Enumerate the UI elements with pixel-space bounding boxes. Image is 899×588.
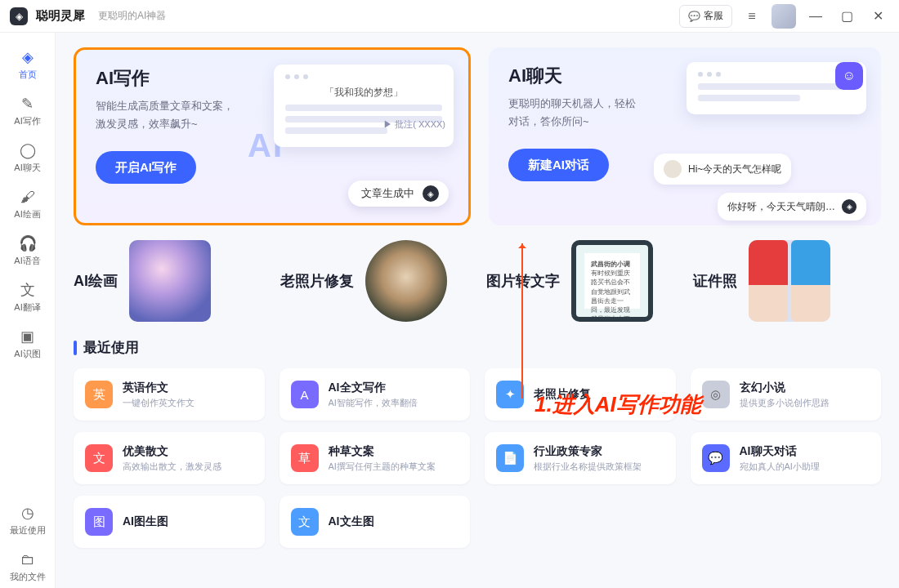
feather-icon: ✎ [18, 94, 38, 114]
feature-draw[interactable]: AI绘画 [74, 240, 262, 322]
recent-item-icon: ◎ [702, 381, 730, 408]
sidebar-item-label: 首页 [5, 69, 51, 81]
recent-item-title: 英语作文 [123, 381, 195, 395]
logo-small-icon: ◈ [423, 185, 439, 202]
support-button[interactable]: 💬 客服 [679, 5, 732, 28]
sidebar-item-ocr[interactable]: ▣ AI识图 [5, 320, 51, 365]
app-tagline: 更聪明的AI神器 [98, 9, 166, 23]
translate-icon: 文 [18, 280, 38, 300]
headphones-icon: 🎧 [18, 234, 38, 253]
app-name: 聪明灵犀 [36, 8, 85, 24]
feature-id-image [749, 240, 830, 322]
recent-item-title: AI全文写作 [329, 381, 418, 395]
recent-item[interactable]: A AI全文写作AI智能写作，效率翻倍 [280, 368, 471, 421]
sidebar-item-label: AI识图 [5, 348, 51, 360]
recent-item[interactable]: 💬 AI聊天对话宛如真人的AI小助理 [691, 432, 882, 484]
start-write-button[interactable]: 开启AI写作 [96, 151, 196, 184]
chat-bubble-bot: 你好呀，今天天气晴朗… ◈ [718, 193, 866, 220]
feature-title: 老照片修复 [280, 271, 354, 291]
card-description: 更聪明的聊天机器人，轻松 对话，答你所问~ [508, 95, 688, 131]
mock-annotation-tag: ▶ 批注( XXXX) [383, 118, 445, 131]
recent-item-title: AI聊天对话 [740, 444, 820, 459]
recent-item[interactable]: 文 AI文生图 [280, 496, 471, 548]
sidebar: ◈ 首页 ✎ AI写作 ◯ AI聊天 🖌 AI绘画 🎧 AI语音 文 AI翻译 … [0, 33, 56, 588]
recent-item-icon: 草 [291, 444, 319, 472]
recent-item-icon: 📄 [496, 444, 524, 472]
mock-topic: 「我和我的梦想」 [285, 86, 442, 100]
recent-grid: 英 英语作文一键创作英文作文 A AI全文写作AI智能写作，效率翻倍 ✦ 老照片… [74, 368, 881, 548]
recent-item-title: 种草文案 [329, 444, 436, 459]
window-maximize-icon[interactable]: ▢ [835, 5, 858, 28]
sidebar-item-write[interactable]: ✎ AI写作 [5, 87, 51, 132]
recent-item-title: 优美散文 [123, 444, 221, 459]
sidebar-item-translate[interactable]: 文 AI翻译 [5, 274, 51, 318]
feature-title: AI绘画 [74, 271, 118, 291]
scan-icon: ▣ [18, 327, 38, 346]
hero-card-chat[interactable]: AI聊天 更聪明的聊天机器人，轻松 对话，答你所问~ 新建AI对话 ☺ [489, 47, 881, 225]
hero-card-write[interactable]: AI写作 智能生成高质量文章和文案， 激发灵感，效率飙升~ 开启AI写作 AI … [74, 47, 471, 225]
feature-title: 图片转文字 [486, 271, 560, 291]
feature-photo-restore[interactable]: 老照片修复 [280, 240, 469, 322]
recent-item-icon: 文 [85, 444, 113, 472]
support-label: 客服 [704, 9, 723, 23]
sidebar-item-label: AI绘画 [5, 208, 51, 220]
recent-item-title: AI图生图 [123, 514, 168, 529]
chat-bot-icon: ☺ [835, 62, 863, 90]
recent-item[interactable]: 图 AI图生图 [74, 496, 265, 548]
generating-pill: 文章生成中 ◈ [348, 180, 449, 207]
recent-item-icon: 文 [291, 508, 319, 536]
annotation-arrow-icon [521, 243, 523, 399]
sidebar-item-label: AI翻译 [5, 301, 51, 314]
recent-item[interactable]: 📄 行业政策专家根据行业名称提供政策框架 [485, 432, 676, 484]
recent-item-icon: ✦ [496, 381, 524, 408]
home-icon: ◈ [18, 47, 38, 67]
sidebar-item-draw[interactable]: 🖌 AI绘画 [5, 180, 51, 225]
window-close-icon[interactable]: ✕ [866, 5, 889, 28]
recent-item-icon: A [291, 381, 319, 408]
recent-item[interactable]: 草 种草文案AI撰写任何主题的种草文案 [280, 432, 471, 484]
sidebar-item-label: AI聊天 [5, 162, 51, 174]
sidebar-item-label: 最近使用 [5, 524, 51, 537]
window-minimize-icon[interactable]: — [804, 5, 827, 28]
recent-item[interactable]: 英 英语作文一键创作英文作文 [74, 368, 265, 421]
recent-item-icon: 图 [85, 508, 113, 536]
main-content: AI写作 智能生成高质量文章和文案， 激发灵感，效率飙升~ 开启AI写作 AI … [56, 33, 899, 588]
folder-icon: 🗀 [18, 550, 38, 569]
avatar-small-icon [664, 160, 682, 178]
brush-icon: 🖌 [18, 187, 38, 207]
titlebar: ◈ 聪明灵犀 更聪明的AI神器 💬 客服 ≡ — ▢ ✕ [0, 0, 899, 33]
feature-ocr-image: 武昌街的小调 有时候到重庆路买书总会不自觉地跟到武昌街去走一回，最近发现武昌街大… [571, 240, 653, 322]
sidebar-item-voice[interactable]: 🎧 AI语音 [5, 227, 51, 272]
avatar[interactable] [772, 4, 796, 29]
annotation-text: 1.进入AI写作功能 [534, 390, 701, 419]
recent-item-title: 行业政策专家 [534, 444, 642, 459]
feature-draw-image [129, 240, 211, 322]
recent-heading: 最近使用 [74, 338, 881, 357]
feature-id-photo[interactable]: 证件照 [693, 240, 882, 322]
feature-ocr[interactable]: 图片转文字 武昌街的小调 有时候到重庆路买书总会不自觉地跟到武昌街去走一回，最近… [486, 240, 675, 322]
feature-photo-image [365, 240, 447, 322]
recent-item-title: 玄幻小说 [740, 381, 830, 395]
sidebar-item-recent[interactable]: ◷ 最近使用 [5, 497, 51, 541]
logo-small-icon: ◈ [842, 199, 857, 214]
app-logo-icon: ◈ [10, 7, 28, 25]
feature-title: 证件照 [693, 271, 737, 291]
clock-icon: ◷ [18, 503, 38, 523]
recent-item-icon: 英 [85, 381, 113, 408]
sidebar-item-chat[interactable]: ◯ AI聊天 [5, 134, 51, 179]
chat-bubble-icon: 💬 [688, 11, 700, 22]
new-chat-button[interactable]: 新建AI对话 [508, 149, 609, 181]
recent-item-icon: 💬 [702, 444, 730, 472]
chat-icon: ◯ [18, 140, 38, 160]
sidebar-item-home[interactable]: ◈ 首页 [5, 41, 51, 86]
chat-bubbles: Hi~今天的天气怎样呢 你好呀，今天天气晴朗… ◈ [654, 154, 866, 229]
write-mock-window: 「我和我的梦想」 [274, 65, 454, 147]
chat-bubble-user: Hi~今天的天气怎样呢 [654, 154, 791, 185]
sidebar-item-label: AI语音 [5, 255, 51, 267]
recent-item[interactable]: ◎ 玄幻小说提供更多小说创作思路 [691, 368, 882, 421]
recent-item[interactable]: 文 优美散文高效输出散文，激发灵感 [74, 432, 265, 484]
sidebar-item-label: 我的文件 [5, 571, 51, 583]
recent-item-title: AI文生图 [329, 514, 374, 529]
sidebar-item-files[interactable]: 🗀 我的文件 [5, 543, 51, 588]
menu-icon[interactable]: ≡ [740, 5, 763, 28]
